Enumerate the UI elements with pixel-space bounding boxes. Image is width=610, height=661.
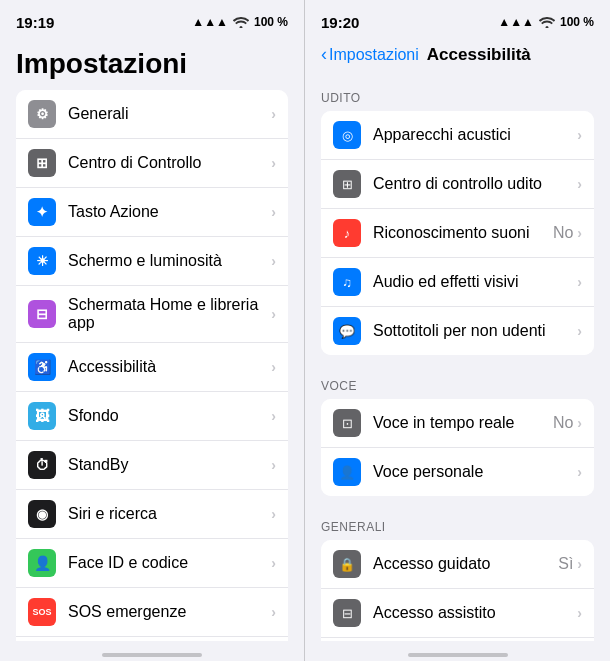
right-section-voce: ⊡Voce in tempo realeNo›👤Voce personale› [321,399,594,496]
icon-audio-effetti: ♫ [333,268,361,296]
right-item-audio-effetti[interactable]: ♫Audio ed effetti visivi› [321,258,594,307]
back-label: Impostazioni [329,46,419,64]
right-item-apparecchi[interactable]: ◎Apparecchi acustici› [321,111,594,160]
right-item-riconoscimento[interactable]: ♪Riconoscimento suoniNo› [321,209,594,258]
right-list: UDITO◎Apparecchi acustici›⊞Centro di con… [305,75,610,641]
chevron-schermata-home: › [271,306,276,322]
settings-section-main: ⚙Generali›⊞Centro di Controllo›✦Tasto Az… [16,90,288,641]
right-item-accesso-assistito[interactable]: ⊟Accesso assistito› [321,589,594,638]
icon-riconoscimento: ♪ [333,219,361,247]
chevron-sos: › [271,604,276,620]
right-item-sottotitoli[interactable]: 💬Sottotitoli per non udenti› [321,307,594,355]
settings-item-accessibilita[interactable]: ♿Accessibilità› [16,343,288,392]
icon-voce-realtime: ⊡ [333,409,361,437]
icon-sottotitoli: 💬 [333,317,361,345]
settings-item-faceid[interactable]: 👤Face ID e codice› [16,539,288,588]
right-section-udito: ◎Apparecchi acustici›⊞Centro di controll… [321,111,594,355]
label-voce-personale: Voce personale [373,463,577,481]
section-header-voce: VOCE [305,363,610,399]
value-riconoscimento: No [553,224,573,242]
chevron-centro-controllo: › [271,155,276,171]
icon-generali: ⚙ [28,100,56,128]
chevron-accesso-guidato: › [577,556,582,572]
left-status-icons: ▲▲▲ 100 % [192,15,288,29]
back-button[interactable]: ‹ Impostazioni [321,44,419,65]
label-schermo: Schermo e luminosità [68,252,271,270]
left-page-title: Impostazioni [0,44,304,90]
chevron-audio-effetti: › [577,274,582,290]
right-status-icons: ▲▲▲ 100 % [498,15,594,29]
chevron-tasto-azione: › [271,204,276,220]
right-signal-icon: ▲▲▲ [498,15,534,29]
label-accesso-guidato: Accesso guidato [373,555,558,573]
chevron-sfondo: › [271,408,276,424]
settings-item-siri[interactable]: ◉Siri e ricerca› [16,490,288,539]
chevron-accessibilita: › [271,359,276,375]
right-section-generali-r: 🔒Accesso guidatoSì›⊟Accesso assistito›◉S… [321,540,594,641]
left-home-indicator [0,641,304,661]
icon-schermo: ☀ [28,247,56,275]
chevron-centro-udito: › [577,176,582,192]
icon-siri: ◉ [28,500,56,528]
settings-item-tasto-azione[interactable]: ✦Tasto Azione› [16,188,288,237]
label-accessibilita: Accessibilità [68,358,271,376]
settings-item-schermo[interactable]: ☀Schermo e luminosità› [16,237,288,286]
label-sfondo: Sfondo [68,407,271,425]
label-sos: SOS emergenze [68,603,271,621]
signal-icon: ▲▲▲ [192,15,228,29]
right-home-bar [408,653,508,657]
right-nav: ‹ Impostazioni Accessibilità [305,44,610,75]
label-accesso-assistito: Accesso assistito [373,604,577,622]
icon-accesso-assistito: ⊟ [333,599,361,627]
right-battery: 100 % [560,15,594,29]
chevron-apparecchi: › [577,127,582,143]
icon-accesso-guidato: 🔒 [333,550,361,578]
label-tasto-azione: Tasto Azione [68,203,271,221]
chevron-generali: › [271,106,276,122]
left-panel: 19:19 ▲▲▲ 100 % Impostazioni ⚙Generali›⊞… [0,0,305,661]
right-item-voce-realtime[interactable]: ⊡Voce in tempo realeNo› [321,399,594,448]
back-chevron-icon: ‹ [321,44,327,65]
right-item-centro-udito[interactable]: ⊞Centro di controllo udito› [321,160,594,209]
chevron-faceid: › [271,555,276,571]
icon-tasto-azione: ✦ [28,198,56,226]
right-home-indicator [305,641,610,661]
label-audio-effetti: Audio ed effetti visivi [373,273,577,291]
right-panel: 19:20 ▲▲▲ 100 % ‹ Impostazioni Accessibi… [305,0,610,661]
settings-item-standby[interactable]: ⏱StandBy› [16,441,288,490]
label-standby: StandBy [68,456,271,474]
icon-centro-controllo: ⊞ [28,149,56,177]
left-home-bar [102,653,202,657]
chevron-siri: › [271,506,276,522]
right-item-voce-personale[interactable]: 👤Voce personale› [321,448,594,496]
icon-accessibilita: ♿ [28,353,56,381]
settings-item-generali[interactable]: ⚙Generali› [16,90,288,139]
icon-sos: SOS [28,598,56,626]
settings-item-schermata-home[interactable]: ⊟Schermata Home e libreria app› [16,286,288,343]
right-time: 19:20 [321,14,359,31]
label-schermata-home: Schermata Home e libreria app [68,296,271,332]
section-header-generali-r: GENERALI [305,504,610,540]
label-faceid: Face ID e codice [68,554,271,572]
label-voce-realtime: Voce in tempo reale [373,414,553,432]
left-time: 19:19 [16,14,54,31]
icon-sfondo: 🖼 [28,402,56,430]
value-accesso-guidato: Sì [558,555,573,573]
settings-item-sos[interactable]: SOSSOS emergenze› [16,588,288,637]
label-sottotitoli: Sottotitoli per non udenti [373,322,577,340]
icon-schermata-home: ⊟ [28,300,56,328]
chevron-voce-personale: › [577,464,582,480]
wifi-icon [233,16,249,28]
settings-item-centro-controllo[interactable]: ⊞Centro di Controllo› [16,139,288,188]
right-item-accesso-guidato[interactable]: 🔒Accesso guidatoSì› [321,540,594,589]
icon-centro-udito: ⊞ [333,170,361,198]
chevron-accesso-assistito: › [577,605,582,621]
chevron-voce-realtime: › [577,415,582,431]
icon-standby: ⏱ [28,451,56,479]
label-siri: Siri e ricerca [68,505,271,523]
settings-item-sfondo[interactable]: 🖼Sfondo› [16,392,288,441]
section-header-udito: UDITO [305,75,610,111]
left-status-bar: 19:19 ▲▲▲ 100 % [0,0,304,44]
icon-apparecchi: ◎ [333,121,361,149]
chevron-schermo: › [271,253,276,269]
